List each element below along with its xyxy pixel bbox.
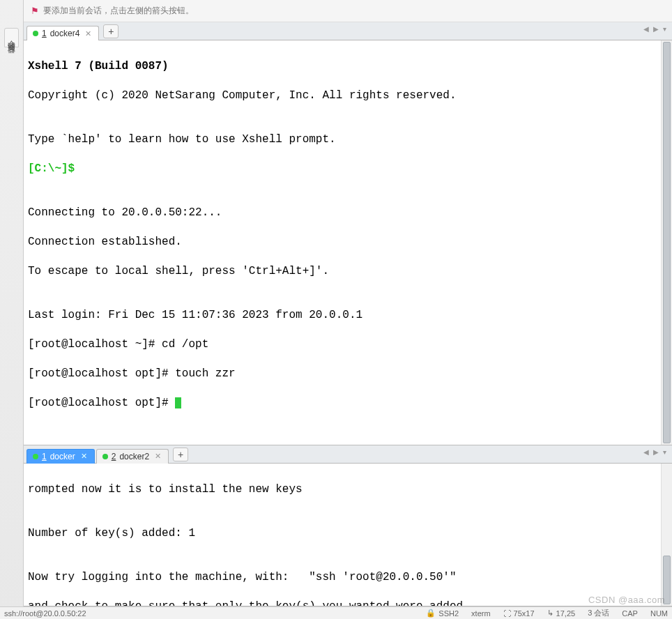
term-line: rompted now it is to install the new key…: [28, 482, 668, 497]
close-icon[interactable]: ✕: [85, 29, 91, 38]
add-tab-button[interactable]: +: [103, 24, 119, 38]
status-dot-icon: [33, 454, 38, 459]
watermark: CSDN @aaa.com: [588, 595, 665, 605]
main-area: ⚑ 要添加当前会话，点击左侧的箭头按钮。 1 docker4 ✕ + ◀ ▶ ▾…: [24, 0, 672, 606]
term-line: Type `help' to learn how to use Xshell p…: [28, 132, 668, 147]
term-line: [root@localhost ~]# cd /opt: [28, 337, 668, 352]
hint-text: 要添加当前会话，点击左侧的箭头按钮。: [43, 5, 194, 17]
status-size: ⛶ 75x17: [503, 609, 535, 618]
close-icon[interactable]: ✕: [81, 452, 87, 461]
scrollbar[interactable]: [661, 464, 672, 606]
tab-docker4[interactable]: 1 docker4 ✕: [26, 26, 99, 40]
tab-number: 1: [42, 29, 47, 38]
tab-next-icon[interactable]: ▶: [652, 25, 660, 33]
term-line: Xshell 7 (Build 0087): [28, 59, 668, 74]
status-dot-icon: [102, 454, 108, 459]
terminal-lower[interactable]: rompted now it is to install the new key…: [24, 464, 672, 607]
term-line: Connecting to 20.0.0.50:22...: [28, 206, 668, 220]
tab-prev-icon[interactable]: ◀: [642, 448, 650, 456]
status-sessions: 3 会话: [588, 608, 609, 618]
status-bar: ssh://root@20.0.0.50:22 🔒 SSH2 xterm ⛶ 7…: [0, 606, 672, 619]
session-manager-tab[interactable]: 会话管理器: [4, 28, 19, 47]
status-dot-icon: [33, 31, 38, 36]
tab-docker[interactable]: 1 docker ✕: [26, 449, 95, 464]
cursor-pos-icon: ↳: [547, 609, 553, 618]
add-tab-button[interactable]: +: [173, 448, 188, 461]
tab-label: docker: [50, 452, 75, 461]
tab-menu-icon[interactable]: ▾: [662, 25, 668, 33]
status-connection: ssh://root@20.0.0.50:22: [4, 609, 86, 618]
scroll-thumb[interactable]: [663, 42, 671, 443]
status-cursor-pos: ↳ 17,25: [547, 609, 576, 618]
lower-tab-strip: 1 docker ✕ 2 docker2 ✕ + ◀ ▶ ▾: [24, 445, 672, 464]
lock-icon: 🔒: [426, 609, 436, 618]
flag-icon: ⚑: [31, 6, 39, 16]
tab-menu-icon[interactable]: ▾: [662, 448, 668, 456]
close-icon[interactable]: ✕: [155, 452, 161, 461]
term-prompt: [C:\~]$: [28, 162, 668, 176]
tab-scroll-controls: ◀ ▶ ▾: [642, 25, 668, 33]
term-line: Now try logging into the machine, with: …: [28, 570, 668, 585]
tab-scroll-controls: ◀ ▶ ▾: [642, 448, 668, 456]
term-line: Connection established.: [28, 235, 668, 250]
term-line: To escape to local shell, press 'Ctrl+Al…: [28, 264, 668, 279]
term-line: Last login: Fri Dec 15 11:07:36 2023 fro…: [28, 308, 668, 323]
term-line: [root@localhost opt]# touch zzr: [28, 367, 668, 381]
term-line: Copyright (c) 2020 NetSarang Computer, I…: [28, 89, 668, 103]
tab-prev-icon[interactable]: ◀: [642, 25, 650, 33]
hint-bar: ⚑ 要添加当前会话，点击左侧的箭头按钮。: [24, 0, 672, 22]
status-caps: CAP: [622, 609, 638, 618]
upper-tab-strip: 1 docker4 ✕ + ◀ ▶ ▾: [24, 22, 672, 40]
resize-icon: ⛶: [503, 609, 511, 618]
tab-label: docker2: [119, 452, 149, 461]
tab-docker2[interactable]: 2 docker2 ✕: [96, 449, 169, 464]
scrollbar[interactable]: [661, 40, 672, 445]
side-panel: 会话管理器: [0, 0, 24, 619]
term-prompt-active: [root@localhost opt]#: [28, 396, 668, 411]
status-num: NUM: [650, 609, 668, 618]
tab-number: 2: [112, 452, 116, 461]
status-term-type: xterm: [471, 609, 491, 618]
term-line: Number of key(s) added: 1: [28, 526, 668, 541]
tab-next-icon[interactable]: ▶: [652, 448, 660, 456]
tab-number: 1: [42, 452, 47, 461]
cursor-icon: [175, 397, 181, 408]
terminal-upper[interactable]: Xshell 7 (Build 0087) Copyright (c) 2020…: [24, 40, 672, 445]
status-protocol: 🔒 SSH2: [426, 609, 459, 618]
term-line: and check to make sure that only the key…: [28, 599, 668, 607]
tab-label: docker4: [50, 29, 80, 38]
